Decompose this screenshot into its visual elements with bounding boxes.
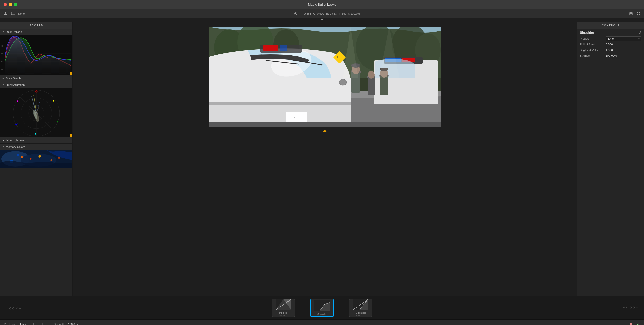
hue-lightness-arrow: ▼ — [2, 139, 5, 142]
pipeline-input-sublabel: sRGB — [279, 314, 287, 316]
svg-rect-7 — [637, 12, 638, 13]
svg-text:0.6: 0.6 — [1, 53, 3, 55]
slice-graph-header[interactable]: ▼ Slice Graph — [0, 75, 72, 82]
preview-image-container: ! — [209, 27, 441, 127]
hue-saturation-label: Hue/Saturation — [6, 83, 25, 86]
svg-rect-10 — [639, 14, 640, 15]
rgb-parade-section: ▼ RGB Parade 1.0 0.8 0.6 0.4 0.2 — [0, 29, 72, 75]
traffic-lights — [4, 3, 17, 6]
svg-rect-5 — [629, 13, 633, 15]
pipeline-node-shoulder[interactable]: Shoulder — [310, 299, 334, 317]
save-icon[interactable]: ⊡ — [33, 322, 36, 325]
camera-icon[interactable] — [628, 11, 634, 17]
slice-graph-section: ▼ Slice Graph — [0, 75, 72, 82]
hue-saturation-content — [0, 88, 72, 137]
memory-colors-section: ▼ Memory Colors — [0, 144, 72, 168]
rgb-parade-resize-handle[interactable] — [70, 72, 72, 75]
svg-rect-93 — [353, 299, 368, 310]
toolbar: None R: 0.553 G: 0.592 B: 0.663 | Zoom: … — [0, 9, 644, 18]
svg-point-48 — [17, 154, 19, 156]
pipeline-node-output[interactable]: Output Is: sRGB — [349, 299, 372, 317]
hue-lightness-header[interactable]: ▼ Hue/Lightness — [0, 137, 72, 143]
pipeline-thumb-input — [276, 299, 291, 310]
preview-area: ! — [73, 22, 577, 296]
hue-saturation-section: ▼ Hue/Saturation — [0, 82, 72, 137]
svg-point-6 — [630, 13, 632, 14]
preset-dropdown[interactable]: None ▼ — [606, 36, 641, 41]
user-icon[interactable] — [3, 11, 8, 17]
confirm-button[interactable]: ✓ — [637, 321, 640, 325]
layout-icon[interactable] — [636, 11, 641, 17]
memory-colors-arrow: ▼ — [2, 145, 4, 148]
pipeline-output-label: Output Is: — [355, 312, 366, 314]
monitor-icon[interactable] — [10, 11, 16, 17]
pipeline-input-label: Input Is: — [279, 312, 287, 314]
svg-text:1.0: 1.0 — [1, 37, 3, 39]
hue-sat-arrow: ▼ — [2, 84, 4, 86]
brightest-value-value[interactable]: 1.000 — [606, 48, 613, 52]
controls-panel: CONTROLS Shoulder ↺ Preset: None ▼ Rollo… — [577, 22, 644, 296]
look-name: Untitled — [19, 323, 28, 325]
none-label[interactable]: None — [18, 12, 25, 15]
slice-graph-arrow: ▼ — [2, 77, 4, 80]
settings-icon[interactable] — [293, 11, 299, 17]
status-bar: ↺ Look: Untitled ⊡ | ⊘ Strength: 100.0% … — [0, 319, 644, 325]
hue-sat-resize-handle[interactable] — [70, 134, 72, 137]
rolloff-start-value[interactable]: 0.500 — [606, 43, 613, 46]
pipeline-connector-1 — [300, 308, 305, 308]
rolloff-start-row: Rolloff Start: 0.500 — [577, 42, 644, 47]
memory-colors-header[interactable]: ▼ Memory Colors — [0, 144, 72, 150]
svg-point-33 — [17, 100, 19, 102]
rgb-r-value: R: 0.553 — [301, 12, 311, 15]
pipeline-thumb-shoulder — [314, 300, 330, 311]
pipeline-shoulder-label: Shoulder — [317, 313, 327, 315]
rgb-parade-header[interactable]: ▼ RGB Parade — [0, 29, 72, 35]
app-title: Magic Bullet Looks — [308, 3, 336, 6]
rgb-parade-label: RGB Parade — [6, 30, 22, 34]
rgb-g-value: G: 0.592 — [313, 12, 324, 15]
rgb-b-value: B: 0.663 — [326, 12, 337, 15]
vectorscope-display — [0, 88, 72, 137]
close-button[interactable] — [4, 3, 7, 6]
memory-colors-content — [0, 150, 72, 168]
rgb-parade-display: 1.0 0.8 0.6 0.4 0.2 — [0, 35, 72, 75]
memory-colors-display — [0, 150, 72, 168]
cancel-button[interactable]: ✕ — [629, 321, 633, 325]
tools-label: TOOLS — [623, 306, 638, 310]
svg-text:0.2: 0.2 — [1, 68, 3, 70]
rgb-parade-content: 1.0 0.8 0.6 0.4 0.2 — [0, 35, 72, 75]
svg-point-44 — [38, 155, 41, 158]
status-strength-label: Strength: — [54, 323, 65, 325]
preview-indicator-top — [320, 19, 324, 21]
zoom-value: Zoom: 100.0% — [342, 12, 360, 15]
maximize-button[interactable] — [14, 3, 17, 6]
main-layout: SCOPES ▼ RGB Parade 1.0 0.8 0.6 0.4 0.2 — [0, 22, 644, 296]
brightest-value-label: Brightest Value: — [580, 48, 606, 52]
minimize-button[interactable] — [9, 3, 12, 6]
separator: | — [339, 12, 340, 15]
preview-indicator-bottom — [323, 129, 327, 132]
preset-value: None — [607, 37, 614, 40]
strength-row: Strength: 100.00% — [577, 53, 644, 59]
hue-saturation-header[interactable]: ▼ Hue/Saturation — [0, 82, 72, 88]
scopes-panel: SCOPES ▼ RGB Parade 1.0 0.8 0.6 0.4 0.2 — [0, 22, 73, 296]
controls-title: CONTROLS — [602, 24, 620, 27]
strength-value[interactable]: 100.00% — [606, 54, 617, 57]
controls-panel-header: CONTROLS — [577, 22, 644, 29]
pipeline-node-input[interactable]: Input Is: sRGB — [272, 299, 295, 317]
svg-point-4 — [295, 13, 296, 14]
undo-icon[interactable]: ↺ — [4, 322, 7, 325]
hue-lightness-label: Hue/Lightness — [6, 139, 24, 142]
bottom-pipeline: LOOKS Input Is: sRGB Shoulder — [0, 296, 644, 319]
svg-rect-1 — [11, 12, 15, 15]
reset-icon[interactable]: ↺ — [638, 30, 641, 35]
scopes-title: SCOPES — [30, 24, 43, 27]
pipeline-connector-2 — [339, 308, 344, 308]
looks-label: LOOKS — [6, 306, 21, 310]
svg-text:0.4: 0.4 — [1, 61, 3, 62]
svg-point-0 — [5, 12, 6, 14]
svg-rect-91 — [276, 299, 291, 310]
svg-point-45 — [50, 159, 52, 161]
hue-lightness-section: ▼ Hue/Lightness — [0, 137, 72, 144]
scopes-panel-header: SCOPES — [0, 22, 72, 29]
